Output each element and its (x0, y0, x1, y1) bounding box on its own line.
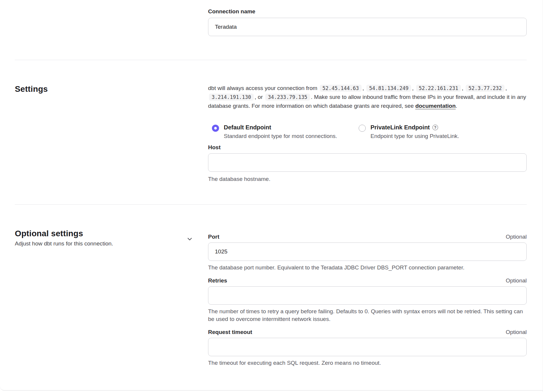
ip-chip: 3.214.191.130 (209, 94, 254, 101)
optional-badge: Optional (506, 277, 527, 284)
privatelink-endpoint-description: Endpoint type for using PrivateLink. (370, 133, 459, 139)
separator-text: , (505, 85, 507, 91)
request-timeout-field: Request timeout Optional The timeout for… (208, 329, 527, 367)
port-input[interactable] (208, 242, 527, 261)
ip-chip: 52.3.77.232 (466, 85, 504, 92)
endpoint-radio-group: Default Endpoint Standard endpoint type … (208, 124, 527, 139)
connection-settings-page: Connection name Settings dbt will always… (0, 0, 543, 392)
optional-settings-title: Optional settings (15, 229, 113, 238)
chevron-down-icon (186, 235, 193, 242)
request-timeout-input[interactable] (208, 338, 527, 356)
connection-name-section: Connection name (15, 0, 527, 60)
default-endpoint-option[interactable]: Default Endpoint Standard endpoint type … (212, 124, 359, 139)
port-helper-text: The database port number. Equivalent to … (208, 264, 527, 271)
optional-badge: Optional (506, 234, 527, 240)
period-text: . (456, 103, 457, 109)
separator-text: , or (255, 94, 264, 100)
ip-chip: 52.22.161.231 (416, 85, 461, 92)
privatelink-endpoint-label: PrivateLink Endpoint (370, 124, 430, 131)
ip-chip: 52.45.144.63 (320, 85, 362, 92)
retries-label: Retries (208, 277, 227, 284)
separator-text: , (412, 85, 415, 91)
host-label: Host (208, 144, 527, 151)
help-icon[interactable]: ? (432, 125, 438, 130)
retries-helper-text: The number of times to retry a query bef… (208, 308, 527, 323)
default-endpoint-description: Standard endpoint type for most connecti… (224, 133, 337, 139)
connection-name-input[interactable] (208, 18, 527, 36)
connection-name-label: Connection name (208, 8, 527, 15)
separator-text: , (362, 85, 366, 91)
retries-field: Retries Optional The number of times to … (208, 277, 527, 323)
optional-settings-section: Optional settings Adjust how dbt runs fo… (15, 205, 527, 389)
documentation-link[interactable]: documentation (415, 103, 456, 109)
ip-chip: 34.233.79.135 (265, 94, 310, 101)
settings-title: Settings (15, 84, 193, 94)
ip-intro-text: dbt will always access your connection f… (208, 85, 319, 91)
privatelink-endpoint-option[interactable]: PrivateLink Endpoint ? Endpoint type for… (359, 124, 459, 139)
request-timeout-helper-text: The timeout for executing each SQL reque… (208, 359, 527, 367)
privatelink-endpoint-radio[interactable] (359, 125, 366, 132)
request-timeout-label: Request timeout (208, 329, 252, 335)
separator-text: , (462, 85, 465, 91)
port-field: Port Optional The database port number. … (208, 234, 527, 271)
ip-allowlist-text: dbt will always access your connection f… (208, 84, 527, 110)
retries-input[interactable] (208, 286, 527, 305)
host-field: Host The database hostname. (208, 144, 527, 183)
ip-chip: 54.81.134.249 (366, 85, 411, 92)
default-endpoint-radio[interactable] (212, 125, 219, 132)
settings-card: Connection name Settings dbt will always… (0, 0, 543, 391)
optional-badge: Optional (506, 329, 527, 335)
optional-settings-subtitle: Adjust how dbt runs for this connection. (15, 240, 113, 247)
port-label: Port (208, 234, 219, 240)
host-input[interactable] (208, 153, 527, 172)
collapse-section-button[interactable] (186, 235, 193, 242)
connection-name-left-spacer (15, 8, 193, 36)
settings-section: Settings dbt will always access your con… (15, 60, 527, 204)
host-helper-text: The database hostname. (208, 175, 527, 183)
default-endpoint-label: Default Endpoint (224, 124, 271, 131)
